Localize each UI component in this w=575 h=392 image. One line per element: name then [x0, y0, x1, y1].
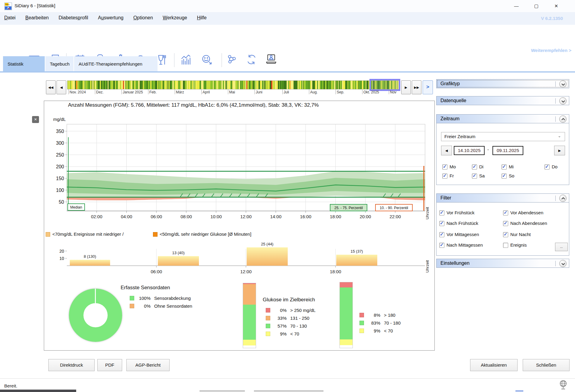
swatch	[359, 321, 364, 325]
telemedicine-icon[interactable]	[265, 54, 278, 66]
target-legend-row: 0%> 250 mg/dL	[266, 308, 316, 313]
panel-header-filter[interactable]: Filter	[436, 193, 569, 202]
pdf-button[interactable]: PDF	[97, 359, 122, 371]
checkbox-fr[interactable]	[442, 173, 447, 179]
schliessen-button[interactable]: Schließen	[523, 359, 570, 371]
svg-text:15 (37): 15 (37)	[351, 249, 363, 254]
timeline-prev-button[interactable]: ◀	[57, 80, 66, 94]
checkbox-di[interactable]	[472, 164, 477, 170]
timeline-month-tick	[336, 89, 336, 94]
range-label: < 70	[384, 328, 393, 333]
legend-10-90-perzentil: 10. - 90. Perzentil	[375, 204, 413, 211]
tab-statistik[interactable]: Statistik ✕	[3, 56, 45, 71]
checkbox-so[interactable]	[502, 173, 507, 179]
tab-audite[interactable]: AUdiTE-Therapieempfehlungen	[74, 56, 158, 71]
timeline-selection-box[interactable]	[369, 79, 400, 91]
checkbox-ereignis[interactable]	[503, 243, 508, 248]
panel-header-zeitraum[interactable]: Zeitraum	[436, 114, 569, 123]
sync-icon[interactable]	[246, 54, 258, 66]
checkbox-vor-frühstück[interactable]	[439, 210, 444, 215]
agp-bericht-button[interactable]: AGP-Bericht	[126, 359, 170, 371]
chevron-down-icon[interactable]	[559, 80, 567, 88]
nutrition-icon[interactable]	[156, 54, 168, 66]
svg-text:12:00: 12:00	[240, 214, 252, 219]
tab-close-icon[interactable]: ✕	[32, 116, 39, 123]
timeline-month-label: Juli	[284, 90, 289, 94]
target-legend-row: 8%> 180	[359, 313, 395, 318]
menu-werkzeuge[interactable]: Werkzeuge	[158, 12, 191, 25]
close-button[interactable]: ✕	[547, 0, 565, 12]
svg-text:100: 100	[56, 188, 64, 193]
timeline-forward-button[interactable]: >	[423, 80, 433, 94]
timeline-heatmap-strip[interactable]	[67, 80, 400, 89]
target-range-bar-2	[339, 282, 353, 348]
date-to-field[interactable]: 09.11.2025	[492, 146, 523, 155]
panel-header-einstellungen[interactable]: Einstellungen	[436, 259, 569, 268]
app-logo-icon: Diary	[4, 2, 12, 10]
statistics-icon[interactable]	[181, 54, 193, 66]
timeline-next-button[interactable]: ▶	[401, 80, 411, 94]
checkbox-vor-abendessen[interactable]	[503, 210, 508, 215]
date-forward-button[interactable]: ▶	[554, 146, 565, 155]
svg-text:02:00: 02:00	[91, 214, 102, 219]
checkbox-label: Nur Nacht	[510, 232, 531, 237]
checkbox-sa[interactable]	[472, 173, 477, 179]
checkbox-label: So	[509, 173, 514, 178]
date-back-button[interactable]: ◀	[441, 146, 452, 155]
checkbox-do[interactable]	[544, 164, 550, 170]
svg-text:06:00: 06:00	[151, 269, 162, 274]
timeline-month-tick	[282, 89, 283, 94]
bar-segment-83	[340, 287, 352, 340]
svg-text:22:00: 22:00	[389, 214, 401, 219]
target-legend-row: 9%< 70	[359, 328, 393, 333]
aktualisieren-button[interactable]: Aktualisieren	[470, 359, 518, 371]
checkbox-label: Sa	[479, 173, 485, 178]
menu-auswertung[interactable]: Auswertung	[94, 12, 128, 25]
checkbox-nur-nacht[interactable]	[503, 232, 508, 237]
timeline-month-tick	[148, 89, 148, 94]
timeline-first-button[interactable]: ◀◀	[46, 80, 56, 94]
menu-optionen[interactable]: Optionen	[129, 12, 157, 25]
referral-link[interactable]: Weiterempfehlen >	[502, 48, 571, 53]
chevron-down-icon: ⌄	[558, 134, 561, 138]
menu-datei[interactable]: Datei	[0, 12, 20, 25]
checkbox-nach-abendessen[interactable]	[503, 221, 508, 226]
checkbox-mi[interactable]	[502, 164, 507, 170]
svg-text:16:00: 16:00	[300, 214, 311, 219]
svg-text:25 (44): 25 (44)	[261, 242, 273, 246]
date-from-field[interactable]: 14.10.2025	[454, 146, 485, 155]
checkbox-nach-frühstück[interactable]	[439, 221, 444, 226]
chevron-down-icon[interactable]	[559, 97, 567, 105]
timeline-last-button[interactable]: ▶▶	[412, 80, 421, 94]
app-window: Diary SiDiary 6 - [Statistik] — ▢ ✕ Date…	[0, 0, 575, 392]
checkbox-mo[interactable]	[442, 164, 447, 170]
menu-hilfe[interactable]: Hilfe	[193, 12, 211, 25]
wellbeing-icon[interactable]	[201, 54, 213, 66]
maximize-button[interactable]: ▢	[528, 0, 545, 12]
range-label: > 180	[384, 313, 395, 318]
menu-bearbeiten[interactable]: Bearbeiten	[21, 12, 53, 25]
menu-diabetesprofil[interactable]: Diabetesprofil	[54, 12, 93, 25]
tabstrip-underline	[0, 71, 575, 73]
chevron-up-icon[interactable]	[559, 195, 567, 202]
share-icon[interactable]	[226, 54, 238, 66]
swatch-orange	[130, 304, 134, 308]
chevron-up-icon[interactable]	[559, 115, 567, 123]
direktdruck-button[interactable]: Direktdruck	[48, 359, 95, 371]
range-label: < 70	[290, 331, 299, 336]
zeitraum-preset-select[interactable]: Freier Zeitraum ⌄	[441, 132, 565, 141]
checkbox-label: Vor Mittagessen	[447, 232, 479, 237]
target-legend-row: 33%131 - 250	[266, 316, 309, 321]
chevron-down-icon[interactable]	[559, 260, 567, 267]
checkbox-nach-mittagessen[interactable]	[439, 243, 444, 248]
globe-icon[interactable]	[559, 380, 568, 391]
panel-header-datenquelle[interactable]: Datenquelle	[436, 96, 569, 105]
filter-more-button[interactable]: ...	[555, 243, 568, 251]
donut-legend-row: 100% Sensorabdeckung	[130, 296, 191, 301]
svg-text:10: 10	[59, 256, 64, 261]
panel-title: Filter	[440, 195, 451, 201]
minimize-button[interactable]: —	[508, 0, 525, 12]
tab-tagebuch[interactable]: Tagebuch	[45, 56, 73, 71]
panel-header-grafiktyp[interactable]: Grafiktyp	[436, 79, 569, 88]
checkbox-vor-mittagessen[interactable]	[439, 232, 444, 237]
